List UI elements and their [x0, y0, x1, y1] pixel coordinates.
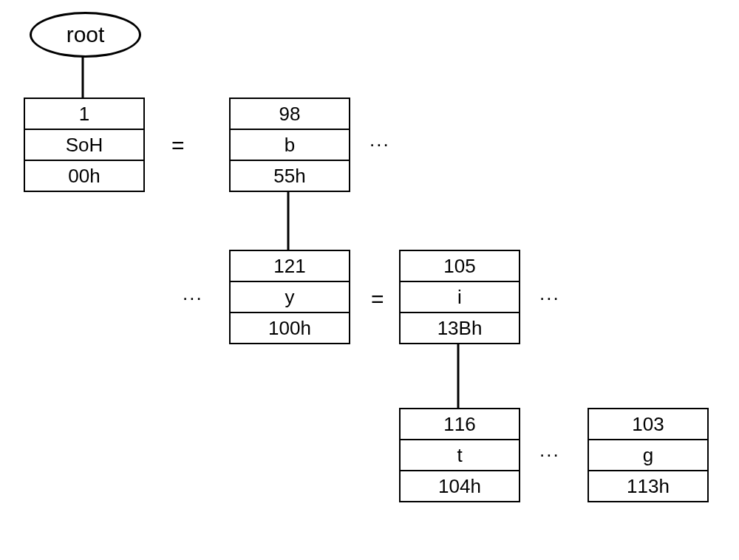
- root-node: root: [30, 12, 141, 58]
- node-addr: 55h: [231, 161, 349, 191]
- tree-node-1: 1 SoH 00h: [24, 98, 145, 192]
- node-char: i: [401, 282, 519, 313]
- tree-node-5: 116 t 104h: [399, 408, 520, 502]
- ellipsis: ···: [539, 443, 560, 466]
- tree-node-2: 98 b 55h: [229, 98, 350, 192]
- node-code: 121: [231, 251, 349, 282]
- tree-node-6: 103 g 113h: [588, 408, 709, 502]
- node-addr: 104h: [401, 471, 519, 501]
- node-addr: 00h: [25, 161, 143, 191]
- node-addr: 113h: [589, 471, 707, 501]
- node-char: b: [231, 130, 349, 161]
- equals-sign: =: [171, 133, 185, 158]
- node-char: t: [401, 440, 519, 471]
- node-code: 103: [589, 409, 707, 440]
- node-addr: 100h: [231, 313, 349, 343]
- diagram-canvas: root 1 SoH 00h = 98 b 55h ··· ··· 121 y …: [0, 0, 739, 560]
- node-char: SoH: [25, 130, 143, 161]
- tree-node-3: 121 y 100h: [229, 250, 350, 344]
- ellipsis: ···: [539, 287, 560, 310]
- node-code: 105: [401, 251, 519, 282]
- ellipsis: ···: [183, 287, 203, 310]
- node-addr: 13Bh: [401, 313, 519, 343]
- ellipsis: ···: [370, 133, 390, 156]
- node-code: 1: [25, 99, 143, 130]
- node-code: 116: [401, 409, 519, 440]
- node-code: 98: [231, 99, 349, 130]
- equals-sign: =: [371, 287, 384, 312]
- node-char: y: [231, 282, 349, 313]
- root-label: root: [67, 22, 105, 47]
- tree-node-4: 105 i 13Bh: [399, 250, 520, 344]
- node-char: g: [589, 440, 707, 471]
